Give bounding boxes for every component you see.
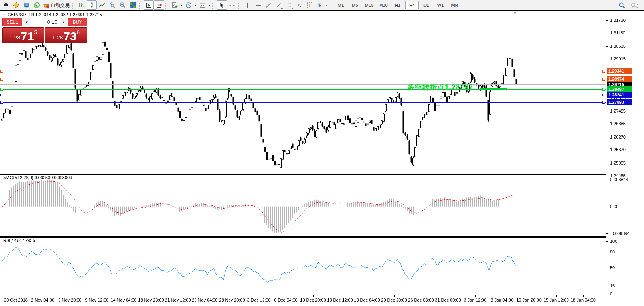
bar-chart-button[interactable] [76, 0, 87, 10]
chart-scroll-marker-icon: ▾ [514, 11, 516, 15]
templates-button[interactable] [197, 0, 208, 10]
equidistant-channel-button[interactable]: E [274, 0, 284, 10]
one-click-trading-panel: SELL ▼ 0.10 ▲ BUY 1.28715 1.28736 [2, 18, 87, 43]
arrows-tool-icon [317, 2, 323, 8]
sell-price-sup: 5 [34, 29, 37, 35]
rsi-label: RSI(14) 47.7935 [3, 238, 35, 243]
price-axis[interactable] [606, 11, 644, 295]
text-tool-glyph: A [298, 2, 301, 8]
signals-icon-button[interactable] [32, 0, 42, 10]
toolbar-grip [330, 2, 332, 9]
toolbar-grip [72, 2, 74, 9]
timeframe-button-m1[interactable]: M1 [334, 1, 347, 9]
crosshair-button[interactable] [227, 0, 237, 10]
line-chart-button[interactable] [97, 0, 107, 10]
macd-label: MACD(12,26,9) 0.002539 0.003009 [3, 175, 72, 180]
periods-dropdown-caret[interactable]: ▾ [194, 4, 197, 7]
time-axis-label: 18 Nov 23:00 [138, 298, 164, 302]
text-label-tool-button[interactable]: T [304, 0, 315, 10]
time-axis-tick [286, 295, 286, 297]
time-axis-tick [205, 295, 205, 297]
time-axis-label: 26 Nov 04:00 [192, 298, 217, 302]
cursor-button[interactable] [217, 0, 227, 10]
time-axis-tick [259, 295, 259, 297]
arrows-dropdown-caret[interactable]: ▾ [325, 4, 329, 7]
buy-button[interactable]: BUY [68, 18, 87, 26]
time-axis-tick [178, 295, 178, 297]
zoom-out-button[interactable] [117, 0, 128, 10]
rsi-splitter[interactable] [0, 236, 606, 238]
timeframe-button-w1[interactable]: W1 [434, 1, 447, 9]
new-order-button[interactable]: 单 [1, 0, 11, 10]
sell-price-button[interactable]: 1.28715 [2, 27, 44, 43]
candlestick-chart-button[interactable] [87, 0, 97, 10]
one-click-toggle-arrow[interactable]: ▲ [2, 13, 6, 16]
terminal-icon [23, 2, 30, 8]
arrows-tool-button[interactable] [315, 0, 325, 10]
auto-trading-button[interactable]: 自动交易 [42, 1, 71, 9]
horizontal-line-button[interactable] [253, 0, 263, 10]
tile-windows-button[interactable] [128, 0, 138, 10]
vertical-line-button[interactable] [243, 0, 253, 10]
horizontal-line-icon [255, 2, 261, 8]
timeframe-button-m5[interactable]: M5 [348, 1, 362, 9]
time-axis-tick [583, 295, 584, 297]
sell-button[interactable]: SELL [2, 18, 22, 26]
time-axis-tick [502, 295, 502, 297]
indicators-button[interactable] [170, 0, 180, 10]
timeframe-button-mn[interactable]: MN [448, 1, 461, 9]
zoom-in-button[interactable] [107, 0, 117, 10]
trendline-button[interactable] [263, 0, 274, 10]
metaeditor-icon-button[interactable] [11, 0, 21, 10]
time-axis-tick [394, 295, 395, 297]
time-axis-label: 30 Oct 2018 [4, 298, 28, 302]
volume-input[interactable]: 0.10 [30, 18, 60, 26]
channel-sub-glyph: E [281, 7, 283, 10]
timeframe-button-h4[interactable]: H4 [405, 1, 419, 9]
chart-title: GBPUSD-,H4 1.29048 1.29082 1.28691 1.287… [8, 12, 102, 17]
volume-stepper: ▼ 0.10 ▲ [23, 18, 67, 26]
candlestick-chart-canvas[interactable] [0, 11, 606, 173]
chat-icon[interactable] [631, 2, 638, 8]
auto-scroll-icon [145, 2, 152, 8]
terminal-icon-button[interactable] [21, 0, 32, 10]
fibonacci-button[interactable]: F [284, 0, 294, 10]
volume-decrease-button[interactable]: ▼ [23, 18, 30, 26]
time-axis-tick [340, 295, 340, 297]
chart-text-annotation[interactable]: 多空转折点1.28497 [407, 83, 473, 92]
auto-scroll-button[interactable] [144, 0, 154, 10]
toolbar-grip [212, 2, 215, 9]
time-axis-tick [448, 295, 448, 297]
time-axis-tick [556, 295, 557, 297]
mt4-window: 单 自动交易 [0, 0, 644, 306]
time-axis-label: 18 Dec 04:00 [354, 298, 380, 302]
macd-indicator-canvas[interactable] [0, 175, 606, 236]
buy-price-big: 73 [63, 30, 76, 42]
text-tool-button[interactable]: A [294, 0, 304, 10]
timeframe-button-m15[interactable]: M15 [363, 1, 376, 9]
line-chart-icon [99, 2, 105, 8]
green-trend-segment[interactable] [480, 88, 507, 90]
search-icon[interactable] [619, 2, 625, 9]
periods-button[interactable] [183, 0, 194, 10]
rsi-indicator-canvas[interactable] [0, 238, 606, 295]
timeframe-button-h1[interactable]: H1 [391, 1, 404, 9]
time-axis-label: 6 Nov 20:00 [58, 298, 81, 302]
time-axis-tick [97, 295, 97, 297]
macd-splitter[interactable] [0, 173, 606, 175]
volume-increase-button[interactable]: ▲ [60, 18, 67, 26]
time-axis-label: 13 Dec 12:00 [327, 298, 353, 302]
time-axis-label: 8 Jan 04:00 [491, 298, 514, 302]
periods-clock-icon [185, 2, 192, 8]
indicators-dropdown-caret[interactable]: ▾ [180, 4, 183, 7]
templates-icon [199, 2, 206, 8]
time-axis-label: 20 Dec 20:00 [381, 298, 407, 302]
buy-price-button[interactable]: 1.28736 [45, 27, 87, 43]
chart-shift-button[interactable] [154, 0, 164, 10]
timeframe-button-m30[interactable]: M30 [377, 1, 390, 9]
time-axis-tick [16, 295, 16, 297]
cursor-arrow-icon [219, 2, 225, 8]
timeframe-button-d1[interactable]: D1 [419, 1, 433, 9]
time-axis-label: 26 Dec 08:00 [408, 298, 434, 302]
templates-dropdown-caret[interactable]: ▾ [208, 4, 211, 7]
